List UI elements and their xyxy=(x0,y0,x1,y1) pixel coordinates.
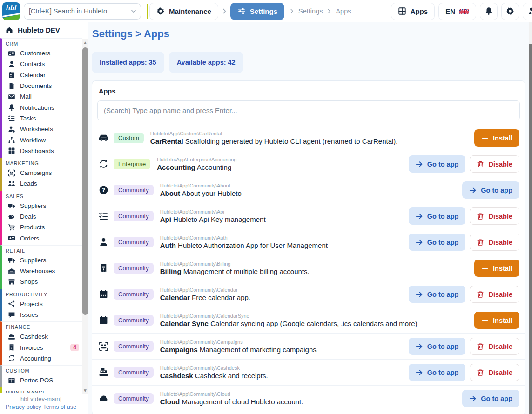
section-title: PRODUCTIVITY xyxy=(2,290,82,299)
sidebar-item-customers[interactable]: Customers xyxy=(2,48,82,59)
sidebar-item-deals[interactable]: Deals xyxy=(2,211,82,222)
disable-button[interactable]: Disable xyxy=(470,155,519,173)
install-button[interactable]: Install xyxy=(474,312,519,329)
available-apps-chip: Available apps: 42 xyxy=(169,52,243,73)
shop-icon xyxy=(8,278,15,286)
sidebar-item-products[interactable]: Products xyxy=(2,222,82,233)
terms-of-use-link[interactable]: Terms of use xyxy=(43,404,76,410)
sidebar-item-leads[interactable]: Leads xyxy=(2,178,82,189)
install-button[interactable]: Install xyxy=(474,260,519,277)
app-search-input[interactable] xyxy=(97,100,520,120)
app-list: CustomHubleto\App\Custom\CarRentalCarRen… xyxy=(92,125,525,411)
sidebar-item-label: Cashdesk xyxy=(20,333,79,340)
go-to-app-button[interactable]: Go to app xyxy=(462,390,519,407)
app-namespace-path: Hubleto\App\Community\Auth xyxy=(160,235,404,240)
app-description: Scaffolding generated by Hubleto CLI age… xyxy=(183,137,398,145)
button-label: Go to app xyxy=(427,213,459,220)
sidebar-item-documents[interactable]: Documents xyxy=(2,80,82,91)
sidebar-item-cashdesk[interactable]: Cashdesk xyxy=(2,331,82,342)
disable-button[interactable]: Disable xyxy=(470,234,519,251)
scroll-up-arrow-icon[interactable]: ▲ xyxy=(82,39,88,46)
sidebar-scrollbar[interactable]: ▲ ▼ xyxy=(82,39,88,394)
trash-icon xyxy=(477,343,484,350)
settings-gear-button[interactable] xyxy=(501,3,519,20)
module-button-maintenance[interactable]: Maintenance xyxy=(149,3,218,20)
workspace-header[interactable]: Hubleto DEV xyxy=(0,22,88,38)
id-card-icon xyxy=(8,50,15,57)
breadcrumb-apps[interactable]: Apps xyxy=(336,7,351,15)
sidebar-item-invoices[interactable]: Invoices4 xyxy=(2,342,82,353)
apps-card: Apps CustomHubleto\App\Custom\CarRentalC… xyxy=(92,80,525,414)
app-description: Hubleto Api Key management xyxy=(171,215,266,223)
language-button[interactable]: EN xyxy=(438,3,476,20)
go-to-app-button[interactable]: Go to app xyxy=(409,207,466,225)
arrow-right-icon xyxy=(416,369,423,376)
global-search-input[interactable] xyxy=(29,7,123,15)
go-to-app-button[interactable]: Go to app xyxy=(409,364,466,381)
module-button-label: Maintenance xyxy=(169,7,211,15)
sidebar-item-campaigns[interactable]: Campaigns xyxy=(2,167,82,178)
disable-button[interactable]: Disable xyxy=(470,338,519,355)
app-namespace-path: Hubleto\App\Community\Api xyxy=(160,209,404,214)
sidebar-section-marketing: MARKETINGCampaignsLeads xyxy=(0,158,82,191)
go-to-app-button[interactable]: Go to app xyxy=(409,155,466,173)
global-search[interactable] xyxy=(24,3,141,20)
section-title: RETAIL xyxy=(2,247,82,255)
hubleto-logo[interactable]: hbl xyxy=(2,2,20,20)
sidebar-item-worksheets[interactable]: Worksheets xyxy=(2,124,82,134)
app-description: Free calendar app. xyxy=(190,294,250,301)
go-to-app-button[interactable]: Go to app xyxy=(462,181,519,199)
sidebar-item-contacts[interactable]: Contacts xyxy=(2,59,82,69)
app-type-badge: Community xyxy=(114,185,154,195)
breadcrumb-settings[interactable]: Settings xyxy=(298,7,323,15)
sidebar-item-dashboards[interactable]: Dashboards xyxy=(2,146,82,156)
disable-button[interactable]: Disable xyxy=(470,364,519,381)
sidebar-item-orders[interactable]: Orders xyxy=(2,233,82,243)
sidebar-item-tasks[interactable]: Tasks xyxy=(2,113,82,124)
arrow-right-icon xyxy=(469,395,477,402)
stats-chips: Installed apps: 35 Available apps: 42 xyxy=(92,46,525,79)
sidebar-item-projects[interactable]: Projects xyxy=(2,299,82,309)
sidebar-item-suppliers[interactable]: Suppliers xyxy=(2,200,82,211)
user-profile-button[interactable] xyxy=(523,3,532,20)
disable-button[interactable]: Disable xyxy=(470,286,519,303)
go-to-app-button[interactable]: Go to app xyxy=(409,234,466,251)
main-scrollbar[interactable] xyxy=(529,22,532,414)
install-button[interactable]: Install xyxy=(474,129,519,147)
chevron-down-icon[interactable] xyxy=(130,8,137,14)
sidebar-item-warehouses[interactable]: Warehouses xyxy=(2,266,82,276)
truck-icon xyxy=(8,256,15,264)
sidebar-item-issues[interactable]: Issues xyxy=(2,309,82,320)
go-to-app-button[interactable]: Go to app xyxy=(409,286,466,303)
app-name: CarRental xyxy=(150,137,183,145)
footer-links: Privacy policyTerms of use xyxy=(0,404,82,410)
main-scrollbar-thumb[interactable] xyxy=(529,44,532,414)
sidebar-item-label: Suppliers xyxy=(20,257,79,264)
app-row-accounting: EnterpriseHubleto\App\Enterprise\Account… xyxy=(92,151,525,177)
sidebar-item-portos-pos[interactable]: Portos POS xyxy=(2,375,82,386)
notifications-button[interactable] xyxy=(480,3,498,20)
workflow-icon xyxy=(8,136,15,144)
sidebar-item-label: Notifications xyxy=(20,104,79,111)
sidebar-scrollbar-thumb[interactable] xyxy=(82,47,88,315)
app-name-description: Calendar Sync Calendar syncing app (Goog… xyxy=(160,320,469,327)
app-info: Hubleto\App\Enterprise\AccountingAccount… xyxy=(155,157,403,171)
privacy-policy-link[interactable]: Privacy policy xyxy=(6,404,41,410)
sidebar-item-workflow[interactable]: Workflow xyxy=(2,134,82,145)
sidebar-section-maintenance: MAINTENANCE xyxy=(0,387,82,393)
sidebar-item-suppliers[interactable]: Suppliers xyxy=(2,255,82,266)
sidebar-item-calendar[interactable]: Calendar xyxy=(2,70,82,80)
go-to-app-button[interactable]: Go to app xyxy=(409,338,466,355)
sidebar-item-accounting[interactable]: Accounting xyxy=(2,353,82,364)
scroll-down-arrow-icon[interactable]: ▼ xyxy=(82,387,88,394)
sidebar-item-shops[interactable]: Shops xyxy=(2,276,82,287)
app-row-cloud: CommunityHubleto\App\Community\CloudClou… xyxy=(92,385,525,411)
apps-launcher-button[interactable]: Apps xyxy=(391,3,435,20)
app-description: About your Hubleto xyxy=(180,189,242,197)
app-info: Hubleto\App\Community\ApiApi Hubleto Api… xyxy=(159,209,404,223)
sidebar-item-mail[interactable]: Mail xyxy=(2,91,82,102)
settings-button[interactable]: Settings xyxy=(230,3,284,20)
calendar-icon xyxy=(99,289,108,299)
disable-button[interactable]: Disable xyxy=(470,207,519,225)
sidebar-item-notifications[interactable]: Notifications xyxy=(2,102,82,113)
